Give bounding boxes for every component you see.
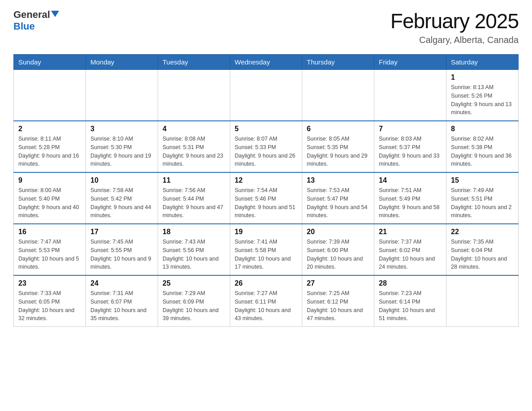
title-block: February 2025 Calgary, Alberta, Canada <box>390 9 519 45</box>
calendar-day-cell: 17Sunrise: 7:45 AM Sunset: 5:55 PM Dayli… <box>86 224 158 275</box>
column-header-saturday: Saturday <box>446 55 519 70</box>
calendar-day-cell: 20Sunrise: 7:39 AM Sunset: 6:00 PM Dayli… <box>302 224 374 275</box>
day-info: Sunrise: 7:45 AM Sunset: 5:55 PM Dayligh… <box>90 238 153 271</box>
calendar-day-cell: 16Sunrise: 7:47 AM Sunset: 5:53 PM Dayli… <box>14 224 86 275</box>
day-number: 1 <box>451 73 514 81</box>
calendar-day-cell <box>374 70 446 121</box>
day-number: 14 <box>379 176 442 184</box>
calendar-day-cell: 13Sunrise: 7:53 AM Sunset: 5:47 PM Dayli… <box>302 172 374 224</box>
column-header-friday: Friday <box>374 55 446 70</box>
calendar-day-cell <box>86 70 158 121</box>
calendar-day-cell: 18Sunrise: 7:43 AM Sunset: 5:56 PM Dayli… <box>158 224 230 275</box>
calendar-day-cell: 27Sunrise: 7:25 AM Sunset: 6:12 PM Dayli… <box>302 275 374 327</box>
day-number: 10 <box>90 176 153 184</box>
page-header: General Blue February 2025 Calgary, Albe… <box>13 9 519 45</box>
calendar-day-cell: 7Sunrise: 8:03 AM Sunset: 5:37 PM Daylig… <box>374 121 446 172</box>
day-info: Sunrise: 7:43 AM Sunset: 5:56 PM Dayligh… <box>163 238 225 271</box>
calendar-day-cell: 15Sunrise: 7:49 AM Sunset: 5:51 PM Dayli… <box>446 172 519 224</box>
day-info: Sunrise: 8:10 AM Sunset: 5:30 PM Dayligh… <box>90 135 153 168</box>
day-number: 23 <box>18 279 81 287</box>
day-number: 4 <box>163 125 225 133</box>
day-info: Sunrise: 7:58 AM Sunset: 5:42 PM Dayligh… <box>90 186 153 220</box>
day-number: 19 <box>235 228 297 236</box>
calendar-day-cell: 19Sunrise: 7:41 AM Sunset: 5:58 PM Dayli… <box>230 224 302 275</box>
day-number: 5 <box>235 125 297 133</box>
calendar-day-cell: 23Sunrise: 7:33 AM Sunset: 6:05 PM Dayli… <box>14 275 86 327</box>
calendar-day-cell: 28Sunrise: 7:23 AM Sunset: 6:14 PM Dayli… <box>374 275 446 327</box>
calendar-week-row: 2Sunrise: 8:11 AM Sunset: 5:28 PM Daylig… <box>14 121 519 172</box>
day-info: Sunrise: 7:47 AM Sunset: 5:53 PM Dayligh… <box>18 238 81 271</box>
day-info: Sunrise: 8:11 AM Sunset: 5:28 PM Dayligh… <box>18 135 81 168</box>
column-header-monday: Monday <box>86 55 158 70</box>
logo-blue-text: Blue <box>13 21 35 32</box>
day-number: 16 <box>18 228 81 236</box>
day-number: 28 <box>379 279 442 287</box>
day-number: 8 <box>451 125 514 133</box>
calendar-day-cell: 22Sunrise: 7:35 AM Sunset: 6:04 PM Dayli… <box>446 224 519 275</box>
calendar-day-cell: 21Sunrise: 7:37 AM Sunset: 6:02 PM Dayli… <box>374 224 446 275</box>
day-info: Sunrise: 8:08 AM Sunset: 5:31 PM Dayligh… <box>163 135 225 168</box>
calendar-day-cell <box>158 70 230 121</box>
day-number: 12 <box>235 176 297 184</box>
column-header-sunday: Sunday <box>14 55 86 70</box>
day-number: 18 <box>163 228 225 236</box>
calendar-day-cell: 11Sunrise: 7:56 AM Sunset: 5:44 PM Dayli… <box>158 172 230 224</box>
column-header-wednesday: Wednesday <box>230 55 302 70</box>
day-number: 13 <box>307 176 369 184</box>
calendar-week-row: 9Sunrise: 8:00 AM Sunset: 5:40 PM Daylig… <box>14 172 519 224</box>
day-number: 26 <box>235 279 297 287</box>
day-info: Sunrise: 8:05 AM Sunset: 5:35 PM Dayligh… <box>307 135 369 168</box>
day-info: Sunrise: 7:31 AM Sunset: 6:07 PM Dayligh… <box>90 289 153 323</box>
month-title: February 2025 <box>390 9 519 33</box>
day-number: 9 <box>18 176 81 184</box>
day-number: 27 <box>307 279 369 287</box>
calendar-day-cell: 24Sunrise: 7:31 AM Sunset: 6:07 PM Dayli… <box>86 275 158 327</box>
day-info: Sunrise: 8:02 AM Sunset: 5:38 PM Dayligh… <box>451 135 514 168</box>
calendar-day-cell: 1Sunrise: 8:13 AM Sunset: 5:26 PM Daylig… <box>446 70 519 121</box>
day-number: 15 <box>451 176 514 184</box>
calendar-day-cell: 12Sunrise: 7:54 AM Sunset: 5:46 PM Dayli… <box>230 172 302 224</box>
day-info: Sunrise: 7:35 AM Sunset: 6:04 PM Dayligh… <box>451 238 514 271</box>
day-number: 17 <box>90 228 153 236</box>
day-info: Sunrise: 7:33 AM Sunset: 6:05 PM Dayligh… <box>18 289 81 323</box>
day-number: 22 <box>451 228 514 236</box>
day-number: 7 <box>379 125 442 133</box>
day-info: Sunrise: 7:29 AM Sunset: 6:09 PM Dayligh… <box>163 289 225 323</box>
day-info: Sunrise: 7:51 AM Sunset: 5:49 PM Dayligh… <box>379 186 442 220</box>
logo: General Blue <box>13 9 59 32</box>
calendar-day-cell: 14Sunrise: 7:51 AM Sunset: 5:49 PM Dayli… <box>374 172 446 224</box>
calendar-week-row: 16Sunrise: 7:47 AM Sunset: 5:53 PM Dayli… <box>14 224 519 275</box>
day-number: 2 <box>18 125 81 133</box>
calendar-day-cell: 4Sunrise: 8:08 AM Sunset: 5:31 PM Daylig… <box>158 121 230 172</box>
day-info: Sunrise: 8:13 AM Sunset: 5:26 PM Dayligh… <box>451 83 514 117</box>
day-info: Sunrise: 8:03 AM Sunset: 5:37 PM Dayligh… <box>379 135 442 168</box>
calendar-day-cell: 25Sunrise: 7:29 AM Sunset: 6:09 PM Dayli… <box>158 275 230 327</box>
calendar-day-cell: 9Sunrise: 8:00 AM Sunset: 5:40 PM Daylig… <box>14 172 86 224</box>
day-info: Sunrise: 7:37 AM Sunset: 6:02 PM Dayligh… <box>379 238 442 271</box>
column-header-thursday: Thursday <box>302 55 374 70</box>
calendar-header-row: SundayMondayTuesdayWednesdayThursdayFrid… <box>14 55 519 70</box>
calendar-day-cell <box>446 275 519 327</box>
day-info: Sunrise: 7:39 AM Sunset: 6:00 PM Dayligh… <box>307 238 369 271</box>
calendar-day-cell: 2Sunrise: 8:11 AM Sunset: 5:28 PM Daylig… <box>14 121 86 172</box>
location-title: Calgary, Alberta, Canada <box>390 35 519 45</box>
calendar-week-row: 23Sunrise: 7:33 AM Sunset: 6:05 PM Dayli… <box>14 275 519 327</box>
day-info: Sunrise: 7:53 AM Sunset: 5:47 PM Dayligh… <box>307 186 369 220</box>
calendar-day-cell: 3Sunrise: 8:10 AM Sunset: 5:30 PM Daylig… <box>86 121 158 172</box>
day-info: Sunrise: 7:23 AM Sunset: 6:14 PM Dayligh… <box>379 289 442 323</box>
day-number: 6 <box>307 125 369 133</box>
calendar-day-cell: 6Sunrise: 8:05 AM Sunset: 5:35 PM Daylig… <box>302 121 374 172</box>
logo-triangle-icon <box>51 11 59 17</box>
day-number: 20 <box>307 228 369 236</box>
column-header-tuesday: Tuesday <box>158 55 230 70</box>
day-number: 25 <box>163 279 225 287</box>
day-info: Sunrise: 7:27 AM Sunset: 6:11 PM Dayligh… <box>235 289 297 323</box>
logo-general-text: General <box>13 9 50 21</box>
day-number: 11 <box>163 176 225 184</box>
calendar-day-cell <box>230 70 302 121</box>
calendar-day-cell: 10Sunrise: 7:58 AM Sunset: 5:42 PM Dayli… <box>86 172 158 224</box>
day-info: Sunrise: 7:56 AM Sunset: 5:44 PM Dayligh… <box>163 186 225 220</box>
calendar-day-cell <box>14 70 86 121</box>
calendar-week-row: 1Sunrise: 8:13 AM Sunset: 5:26 PM Daylig… <box>14 70 519 121</box>
calendar-day-cell <box>302 70 374 121</box>
